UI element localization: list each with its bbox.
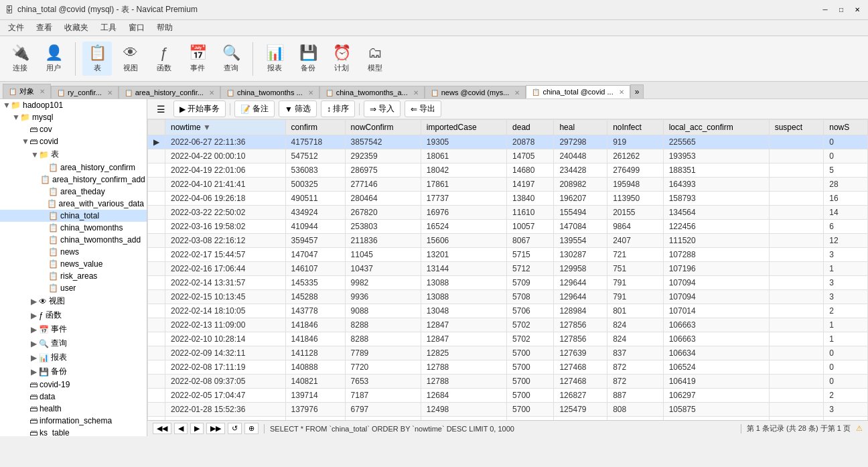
table-row[interactable]: 2022-04-10 21:41:41500325277146178611419… — [148, 178, 868, 192]
col-header-local_acc_confirm[interactable]: local_acc_confirm — [663, 120, 769, 135]
table-row[interactable]: 2022-03-08 22:16:12359457211836156068067… — [148, 234, 868, 248]
tree-item-函数[interactable]: ▶ƒ函数 — [0, 308, 147, 322]
tree-item-hadoop101[interactable]: ▼📁hadoop101 — [0, 99, 147, 111]
tab-china_two2[interactable]: 📋china_twomonths_a...✕ — [319, 86, 425, 98]
toolbar-btn-event[interactable]: 📅事件 — [183, 42, 212, 76]
data-table-container[interactable]: nowtime ▼confirmnowConfirmimportedCasede… — [147, 119, 868, 420]
tree-item-covid-19[interactable]: 🗃covid-19 — [0, 379, 147, 391]
col-header-nowConfirm[interactable]: nowConfirm — [345, 120, 421, 135]
tree-item-data[interactable]: 🗃data — [0, 391, 147, 403]
tree-item-risk_areas[interactable]: 📋risk_areas — [0, 270, 147, 282]
tree-item-mysql[interactable]: ▼📁mysql — [0, 111, 147, 123]
nav-btn-2[interactable]: ▶ — [190, 423, 204, 434]
tree-item-health[interactable]: 🗃health — [0, 403, 147, 415]
toolbar-btn-view[interactable]: 👁视图 — [116, 42, 145, 76]
begin-tx-button[interactable]: ▶ 开始事务 — [173, 101, 226, 117]
hamburger-menu[interactable]: ☰ — [153, 103, 169, 116]
toolbar-btn-schedule[interactable]: ⏰计划 — [327, 42, 356, 76]
col-header-noInfect[interactable]: noInfect — [607, 120, 663, 135]
menu-item-文件[interactable]: 文件 — [3, 21, 29, 35]
table-row[interactable]: 2022-02-08 09:37:05140821765312788570012… — [148, 375, 868, 389]
minimize-button[interactable]: ─ — [820, 5, 830, 15]
tree-item-china_twomonths[interactable]: 📋china_twomonths — [0, 222, 147, 234]
tab-close-news[interactable]: ✕ — [514, 89, 520, 96]
tree-item-area_with_various_data[interactable]: 📋area_with_various_data — [0, 198, 147, 210]
tree-item-china_twomonths_add[interactable]: 📋china_twomonths_add — [0, 234, 147, 246]
tree-item-视图[interactable]: ▶👁视图 — [0, 294, 147, 308]
close-button[interactable]: ✕ — [852, 5, 863, 15]
table-row[interactable]: 2022-02-16 17:06:44146107104371314457121… — [148, 262, 868, 276]
tab-more-button[interactable]: » — [630, 84, 644, 98]
tree-item-news_value[interactable]: 📋news_value — [0, 258, 147, 270]
toolbar-btn-model[interactable]: 🗂模型 — [360, 42, 390, 76]
toolbar-btn-report[interactable]: 📊报表 — [260, 42, 289, 76]
tree-item-报表[interactable]: ▶📊报表 — [0, 350, 147, 364]
filter-button[interactable]: ▼ 筛选 — [279, 101, 317, 117]
col-header-confirm[interactable]: confirm — [285, 120, 345, 135]
tree-item-covid[interactable]: ▼🗃covid — [0, 135, 147, 147]
toolbar-btn-backup[interactable]: 💾备份 — [293, 42, 323, 76]
col-header-heal[interactable]: heal — [554, 120, 607, 135]
tree-item-cov[interactable]: 🗃cov — [0, 123, 147, 135]
col-header-nowS[interactable]: nowS — [824, 120, 868, 135]
tab-query1[interactable]: 📋ry_confir...✕ — [51, 86, 119, 98]
menu-item-收藏夹[interactable]: 收藏夹 — [59, 21, 94, 35]
tab-close-area_history[interactable]: ✕ — [209, 89, 214, 96]
tree-item-备份[interactable]: ▶💾备份 — [0, 364, 147, 379]
table-row[interactable]: 2022-02-09 14:32:11141128778912825570012… — [148, 346, 868, 360]
tree-item-area_history_confirm[interactable]: 📋area_history_confirm — [0, 161, 147, 174]
table-row[interactable]: 2022-02-15 10:13:45145288993613088570812… — [148, 290, 868, 304]
table-row[interactable]: 2022-02-14 18:10:05143778908813048570612… — [148, 304, 868, 318]
nav-btn-5[interactable]: ⊕ — [244, 423, 259, 434]
table-row[interactable]: 2022-02-17 15:44:57147047110451320157151… — [148, 248, 868, 262]
toolbar-btn-func[interactable]: ƒ函数 — [149, 42, 179, 76]
col-header-suspect[interactable]: suspect — [769, 120, 824, 135]
table-row[interactable]: 2022-02-13 11:09:00141846828812847570212… — [148, 318, 868, 332]
tab-close-china_total[interactable]: ✕ — [619, 88, 624, 96]
menu-item-窗口[interactable]: 窗口 — [123, 21, 150, 35]
tab-object[interactable]: 📋对象✕ — [3, 84, 51, 98]
toolbar-btn-query[interactable]: 🔍查询 — [216, 42, 246, 76]
tree-item-user[interactable]: 📋user — [0, 282, 147, 294]
tab-area_history[interactable]: 📋area_history_confir...✕ — [119, 86, 220, 98]
col-header-nowtime[interactable]: nowtime ▼ — [165, 120, 286, 135]
toolbar-btn-table[interactable]: 📋表 — [82, 42, 112, 76]
col-header-importedCase[interactable]: importedCase — [421, 120, 506, 135]
nav-btn-3[interactable]: ▶▶ — [206, 423, 225, 434]
toolbar-btn-connect[interactable]: 🔌连接 — [5, 42, 35, 76]
import-button[interactable]: ⇒ 导入 — [364, 101, 401, 117]
table-row[interactable]: 2022-04-06 19:26:18490511280464177371384… — [148, 192, 868, 206]
table-row[interactable]: 2022-02-05 17:04:47139714718712684570012… — [148, 389, 868, 403]
export-button[interactable]: ⇐ 导出 — [405, 101, 441, 117]
tab-news[interactable]: 📋news @covid (mys...✕ — [425, 86, 526, 98]
table-row[interactable]: 2022-01-28 15:52:36137976679712498570012… — [148, 403, 868, 417]
tab-china_total[interactable]: 📋china_total @covid ...✕ — [526, 85, 630, 98]
table-row[interactable]: 2022-02-14 13:31:57145335998213088570912… — [148, 276, 868, 290]
nav-btn-4[interactable]: ↺ — [228, 423, 242, 434]
tree-item-information_schema[interactable]: 🗃information_schema — [0, 415, 147, 427]
tab-close-china_two1[interactable]: ✕ — [308, 89, 313, 96]
sort-button[interactable]: ↕ 排序 — [321, 101, 355, 117]
table-row[interactable]: 2022-02-08 17:11:19140888772012788570012… — [148, 360, 868, 375]
table-row[interactable]: 2022-04-19 22:01:06536083286975180421468… — [148, 163, 868, 178]
menu-item-查看[interactable]: 查看 — [31, 21, 58, 35]
table-row[interactable]: 2022-04-22 00:00:10547512292359180611470… — [148, 149, 868, 163]
table-row[interactable]: 2022-03-16 19:58:02410944253803165241005… — [148, 220, 868, 234]
tree-item-事件[interactable]: ▶📅事件 — [0, 322, 147, 336]
tree-item-ks_table[interactable]: 🗃ks_table — [0, 427, 147, 436]
tab-close-object[interactable]: ✕ — [40, 88, 45, 95]
maximize-button[interactable]: □ — [836, 5, 847, 15]
table-row[interactable]: ▶2022-06-27 22:11:3641757183857542193052… — [148, 135, 868, 149]
tab-close-query1[interactable]: ✕ — [107, 89, 113, 96]
tree-item-news[interactable]: 📋news — [0, 246, 147, 258]
tree-item-area_history_confirm_add[interactable]: 📋area_history_confirm_add — [0, 174, 147, 186]
tree-item-china_total[interactable]: 📋china_total — [0, 210, 147, 222]
table-row[interactable]: 2022-03-22 22:50:02434924267820169761161… — [148, 206, 868, 220]
tab-china_two1[interactable]: 📋china_twomonths ...✕ — [220, 86, 319, 98]
toolbar-btn-user[interactable]: 👤用户 — [39, 42, 68, 76]
menu-item-帮助[interactable]: 帮助 — [151, 21, 178, 35]
backup-button[interactable]: 📝 备注 — [234, 101, 275, 117]
col-header-dead[interactable]: dead — [507, 120, 554, 135]
tree-item-查询[interactable]: ▶🔍查询 — [0, 336, 147, 350]
menu-item-工具[interactable]: 工具 — [95, 21, 122, 35]
